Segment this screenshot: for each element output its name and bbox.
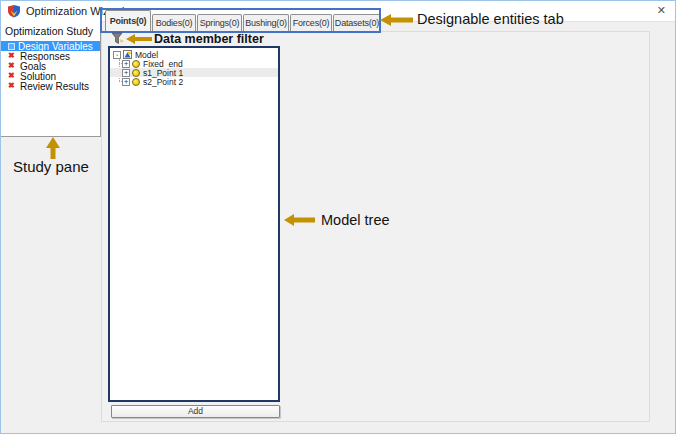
annotation-arrow-left-icon [380,14,413,26]
expand-expander-icon[interactable]: + [122,69,130,77]
study-item-responses[interactable]: ✖ Responses [1,51,100,61]
annotation-study-pane: Study pane [13,158,89,175]
tab-points[interactable]: Points(0) [105,10,151,32]
annotation-arrow-left-icon [126,34,152,44]
point-icon [132,78,140,86]
study-item-solution[interactable]: ✖ Solution [1,71,100,81]
filter-funnel-icon[interactable] [111,32,125,45]
annotation-model-tree: Model tree [321,212,390,228]
red-x-icon: ✖ [8,62,17,70]
tree-node-s1-point-1[interactable]: + s1_Point 1 [110,68,278,77]
study-pane-header: Optimization Study [1,21,100,41]
add-button[interactable]: Add [111,405,280,418]
red-x-icon: ✖ [8,52,17,60]
designable-entities-tabbar: Points(0) Bodies(0) Springs(0) Bushing(0… [105,10,382,32]
tree-node-fixed-end[interactable]: + Fixed_end [110,59,278,68]
study-item-goals[interactable]: ✖ Goals [1,61,100,71]
tree-node-s2-point-2[interactable]: + s2_Point 2 [110,77,278,86]
tab-datasets[interactable]: Datasets(0) [333,14,381,32]
annotation-arrow-left-icon [284,214,315,226]
tab-forces[interactable]: Forces(0) [290,14,332,32]
red-x-icon: ✖ [8,82,17,90]
study-item-design-variables[interactable]: Design Variables [1,41,100,51]
annotation-designable-entities-tab: Designable entities tab [417,11,564,27]
model-icon [123,50,132,59]
tab-bodies[interactable]: Bodies(0) [152,14,196,32]
study-item-review-results[interactable]: ✖ Review Results [1,81,100,91]
optimization-wizard-window: Optimization Wizard ✕ Optimization Study… [0,0,676,434]
tab-bushing[interactable]: Bushing(0) [243,14,289,32]
tree-node-model[interactable]: - Model [110,50,278,59]
annotation-arrow-up-icon [46,137,60,159]
point-icon [132,69,140,77]
close-icon[interactable]: ✕ [657,4,666,17]
expand-expander-icon[interactable]: + [122,78,130,86]
checkbox-icon [8,43,15,50]
study-item-label: Review Results [20,81,89,92]
expand-expander-icon[interactable]: + [122,60,130,68]
collapse-expander-icon[interactable]: - [113,51,121,59]
app-shield-icon [7,4,21,18]
red-x-icon: ✖ [8,72,17,80]
point-icon [132,60,140,68]
annotation-data-member-filter: Data member filter [154,32,264,46]
study-pane: Optimization Study Design Variables ✖ Re… [1,21,101,137]
model-tree-panel: - Model + Fixed_end + s1_Point 1 + s2_Po… [108,46,280,402]
tree-node-label: s2_Point 2 [143,77,183,87]
tab-springs[interactable]: Springs(0) [197,14,242,32]
